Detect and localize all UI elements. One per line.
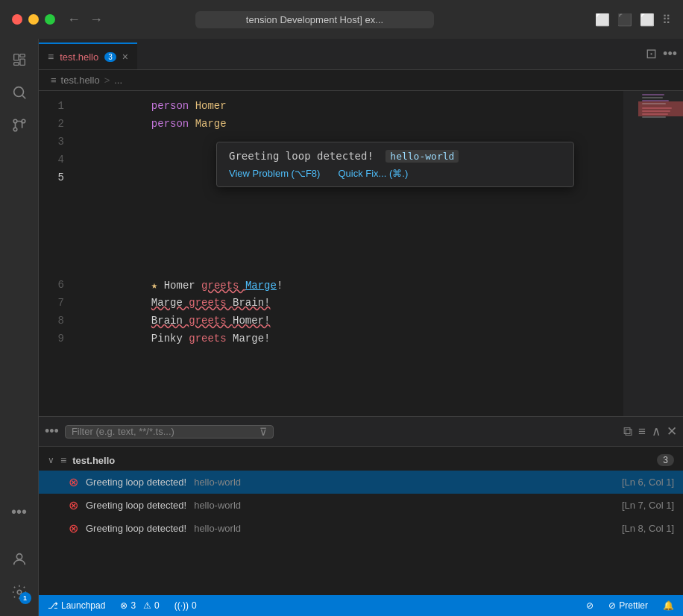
tab-error-badge: 3 — [104, 52, 116, 62]
back-button[interactable]: ← — [67, 12, 81, 28]
code-line-2: 2 person Marge — [39, 115, 623, 133]
status-no-cloud[interactable]: ⊘ — [583, 599, 597, 612]
svg-rect-16 — [642, 110, 670, 112]
titlebar: ← → tension Development Host] ex... ⬜ ⬛ … — [0, 0, 683, 39]
arrow-up-icon[interactable]: ∧ — [652, 424, 661, 439]
problem-text-2: Greeting loop detected! — [86, 500, 186, 511]
problem-item-1[interactable]: ⊗ Greeting loop detected! hello-world [L… — [39, 471, 683, 494]
line-number-1: 1 — [39, 100, 76, 112]
forward-button[interactable]: → — [89, 12, 103, 28]
status-prettier[interactable]: ⊘ Prettier — [605, 599, 651, 612]
panel-filter[interactable]: Filter (e.g. text, **/*.ts...) ⊽ — [65, 425, 274, 439]
problem-location-3: [Ln 8, Col 1] — [622, 523, 674, 534]
svg-rect-13 — [642, 100, 669, 101]
status-left: ⎇ Launchpad ⊗ 3 ⚠ 0 ((·)) 0 — [45, 599, 200, 612]
svg-point-4 — [13, 87, 23, 97]
copy-icon[interactable]: ⧉ — [623, 424, 632, 439]
problem-item-3[interactable]: ⊗ Greeting loop detected! hello-world [L… — [39, 517, 683, 540]
svg-rect-11 — [642, 94, 664, 95]
svg-rect-17 — [642, 113, 668, 115]
split-editor-icon[interactable]: ⊡ — [646, 45, 657, 62]
group-filename: test.hello — [72, 455, 115, 466]
activity-explorer[interactable] — [4, 45, 34, 75]
error-icon-2: ⊗ — [69, 498, 78, 512]
line-number-2: 2 — [39, 118, 76, 130]
panel-toggle-icon[interactable]: ⬛ — [617, 13, 632, 27]
hover-text: Greeting loop detected! — [229, 150, 374, 162]
customize-icon[interactable]: ⠿ — [662, 13, 671, 27]
view-problem-link[interactable]: View Problem (⌥F8) — [229, 168, 320, 179]
line-number-3: 3 — [39, 136, 76, 148]
problems-group-header[interactable]: ∨ ≡ test.hello 3 — [39, 450, 683, 471]
svg-rect-1 — [19, 54, 24, 57]
activity-account[interactable] — [4, 544, 34, 574]
activity-source-control[interactable] — [4, 110, 34, 140]
status-bell[interactable]: 🔔 — [660, 599, 677, 612]
svg-point-9 — [16, 554, 22, 559]
warning-status-icon: ⚠ — [143, 600, 151, 611]
problem-item-2[interactable]: ⊗ Greeting loop detected! hello-world [L… — [39, 494, 683, 517]
main-layout: ••• 1 ≡ test.hello 3 × ⊡ ••• ≡ — [0, 39, 683, 616]
close-panel-icon[interactable]: ✕ — [667, 424, 677, 439]
status-branch[interactable]: ⎇ Launchpad — [45, 599, 108, 612]
error-icon-1: ⊗ — [69, 475, 78, 489]
problem-text-1: Greeting loop detected! — [86, 477, 186, 488]
info-count-status: 0 — [192, 600, 197, 611]
more-actions-icon[interactable]: ••• — [663, 46, 677, 62]
error-icon-3: ⊗ — [69, 521, 78, 535]
problem-code-3: hello-world — [194, 523, 241, 534]
filter-icon: ⊽ — [259, 426, 267, 438]
error-count-badge: 3 — [657, 454, 674, 466]
maximize-button[interactable] — [45, 14, 55, 25]
close-button[interactable] — [12, 14, 22, 25]
branch-name: Launchpad — [61, 600, 105, 611]
problem-code-1: hello-world — [194, 477, 241, 488]
panel-more-icon[interactable]: ••• — [45, 424, 59, 439]
breadcrumb-ellipsis: ... — [114, 75, 122, 86]
activity-search[interactable] — [4, 78, 34, 107]
activity-settings[interactable]: 1 — [4, 577, 34, 607]
hover-message: Greeting loop detected! hello-world — [229, 150, 561, 162]
error-count-status: 3 — [130, 600, 136, 611]
minimap-content — [638, 91, 683, 416]
svg-point-7 — [13, 128, 17, 131]
problems-panel: ••• Filter (e.g. text, **/*.ts...) ⊽ ⧉ ≡… — [39, 416, 683, 595]
breadcrumb: ≡ test.hello > ... — [39, 70, 683, 91]
line-number-5: 5 — [39, 172, 76, 183]
svg-rect-2 — [19, 59, 24, 65]
code-area[interactable]: 1 person Homer 2 person Marge 3 — [39, 91, 623, 416]
editor-area: ≡ test.hello 3 × ⊡ ••• ≡ test.hello > ..… — [39, 39, 683, 616]
token-marge-9: Marge! — [233, 333, 270, 345]
hover-actions: View Problem (⌥F8) Quick Fix... (⌘.) — [229, 168, 561, 179]
token-person-2: person — [151, 118, 195, 130]
problem-code-2: hello-world — [194, 500, 241, 511]
svg-point-6 — [13, 119, 17, 123]
sidebar-toggle-icon[interactable]: ⬜ — [595, 13, 610, 27]
layout-icon[interactable]: ⬜ — [640, 13, 655, 27]
panel-header: ••• Filter (e.g. text, **/*.ts...) ⊽ ⧉ ≡… — [39, 417, 683, 447]
group-chevron-icon: ∨ — [48, 455, 54, 465]
breadcrumb-filename[interactable]: test.hello — [61, 75, 100, 86]
error-status-icon: ⊗ — [120, 600, 128, 611]
hover-code: hello-world — [385, 150, 459, 163]
status-info[interactable]: ((·)) 0 — [171, 599, 200, 612]
collapse-all-icon[interactable]: ≡ — [638, 424, 646, 439]
hover-card: Greeting loop detected! hello-world View… — [216, 142, 574, 187]
status-errors[interactable]: ⊗ 3 ⚠ 0 — [117, 599, 162, 612]
status-bar: ⎇ Launchpad ⊗ 3 ⚠ 0 ((·)) 0 ⊘ — [39, 595, 683, 616]
line-number-7: 7 — [39, 297, 76, 309]
tab-test-hello[interactable]: ≡ test.hello 3 × — [39, 43, 137, 69]
info-status-icon: ((·)) — [174, 600, 189, 611]
group-file-icon: ≡ — [60, 454, 66, 466]
quick-fix-link[interactable]: Quick Fix... (⌘.) — [338, 168, 408, 179]
tab-bar: ≡ test.hello 3 × ⊡ ••• — [39, 39, 683, 70]
activity-bar: ••• 1 — [0, 39, 39, 616]
status-right: ⊘ ⊘ Prettier 🔔 — [583, 599, 677, 612]
line-content-9: Pinky greets Marge! — [76, 321, 623, 356]
tab-file-icon: ≡ — [48, 51, 54, 63]
minimize-button[interactable] — [28, 14, 39, 25]
activity-more[interactable]: ••• — [4, 497, 34, 527]
token-pinky-9: Pinky — [151, 333, 189, 345]
tab-close-button[interactable]: × — [122, 51, 128, 63]
svg-rect-14 — [642, 103, 666, 104]
